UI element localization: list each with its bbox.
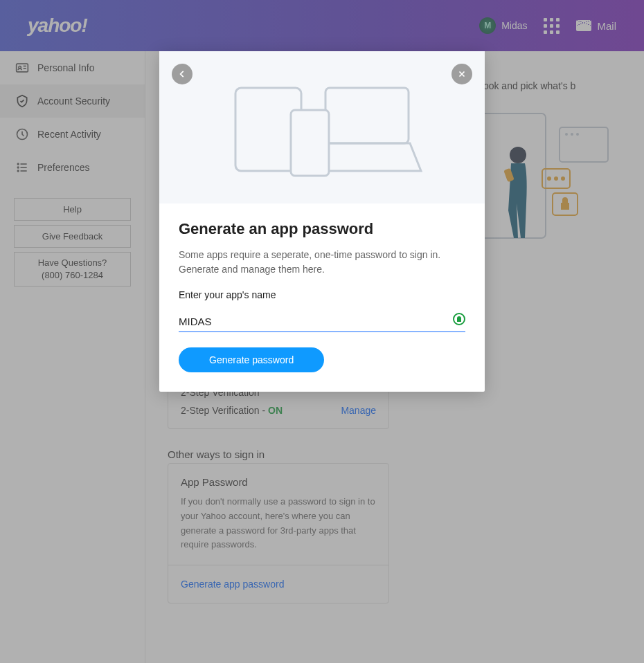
modal-body: Generate an app password Some apps requi…	[159, 203, 485, 392]
back-button[interactable]	[172, 64, 193, 84]
input-wrap	[179, 311, 465, 332]
generate-password-button[interactable]: Generate password	[179, 347, 324, 372]
password-manager-icon[interactable]	[453, 313, 465, 325]
app-name-input[interactable]	[179, 311, 465, 332]
svg-rect-24	[325, 88, 409, 143]
generate-app-password-modal: Generate an app password Some apps requi…	[159, 51, 485, 392]
modal-header	[159, 51, 485, 203]
modal-description: Some apps require a seperate, one-time p…	[179, 248, 465, 277]
close-icon	[457, 69, 467, 79]
chevron-left-icon	[177, 69, 187, 79]
modal-title: Generate an app password	[179, 220, 465, 238]
close-button[interactable]	[451, 64, 472, 84]
devices-illustration	[222, 75, 422, 179]
svg-rect-25	[291, 110, 329, 176]
input-label: Enter your app's name	[179, 289, 465, 300]
